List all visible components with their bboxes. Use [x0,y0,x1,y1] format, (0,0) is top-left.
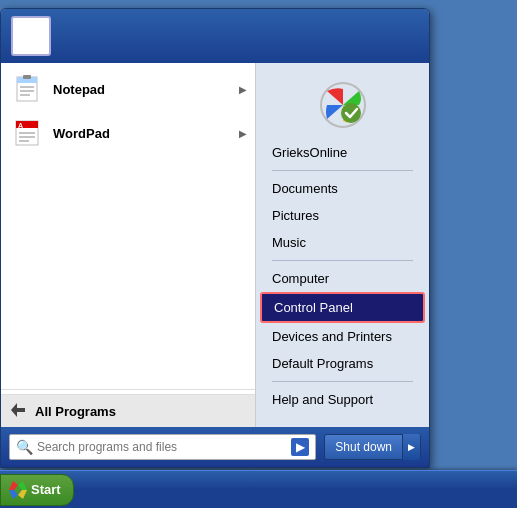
start-button[interactable]: Start [0,474,74,506]
wordpad-arrow: ▶ [239,128,247,139]
search-glass-icon: 🔍 [16,439,33,455]
shutdown-label: Shut down [325,440,402,454]
svg-rect-2 [23,75,31,79]
windows-logo-area [256,71,429,139]
left-panel: Notepad ▶ A [1,63,256,427]
right-menu-music[interactable]: Music [256,229,429,256]
start-menu-bottom: 🔍 ▶ Shut down ▶ [1,427,429,467]
start-orb-icon [9,481,27,499]
notepad-arrow: ▶ [239,84,247,95]
svg-point-14 [341,103,361,123]
search-arrow-icon: ▶ [296,440,305,454]
right-menu-pictures[interactable]: Pictures [256,202,429,229]
shutdown-arrow-icon[interactable]: ▶ [402,434,420,460]
all-programs-label: All Programs [35,404,116,419]
windows-logo-icon [319,81,367,129]
right-menu-grieks[interactable]: GrieksOnline [256,139,429,166]
search-input[interactable] [37,440,291,454]
all-programs-icon [11,403,27,419]
menu-item-notepad[interactable]: Notepad ▶ [1,67,255,111]
all-programs-item[interactable]: All Programs [1,394,255,427]
right-menu-default-programs[interactable]: Default Programs [256,350,429,377]
wordpad-label: WordPad [53,126,110,141]
start-menu-body: Notepad ▶ A [1,63,429,427]
notepad-icon [11,73,43,105]
taskbar: Start [0,470,517,508]
right-menu-computer[interactable]: Computer [256,265,429,292]
shutdown-button[interactable]: Shut down ▶ [324,434,421,460]
wordpad-icon: A [11,117,43,149]
start-menu: Notepad ▶ A [0,8,430,468]
svg-marker-12 [11,403,25,417]
svg-text:A: A [18,122,23,129]
right-menu-control-panel[interactable]: Control Panel [260,292,425,323]
search-submit-icon[interactable]: ▶ [291,438,309,456]
right-panel: GrieksOnline Documents Pictures Music Co… [256,63,429,427]
right-menu-devices-printers[interactable]: Devices and Printers [256,323,429,350]
desktop: Notepad ▶ A [0,0,517,508]
right-divider-1 [272,170,413,171]
start-button-label: Start [31,482,61,497]
left-divider [1,389,255,390]
right-menu-help-support[interactable]: Help and Support [256,386,429,413]
pinned-items-list: Notepad ▶ A [1,63,255,385]
menu-item-wordpad[interactable]: A WordPad ▶ [1,111,255,155]
right-menu-documents[interactable]: Documents [256,175,429,202]
right-divider-3 [272,381,413,382]
right-divider-2 [272,260,413,261]
search-box: 🔍 ▶ [9,434,316,460]
user-avatar [11,16,51,56]
start-menu-header [1,9,429,63]
notepad-label: Notepad [53,82,105,97]
